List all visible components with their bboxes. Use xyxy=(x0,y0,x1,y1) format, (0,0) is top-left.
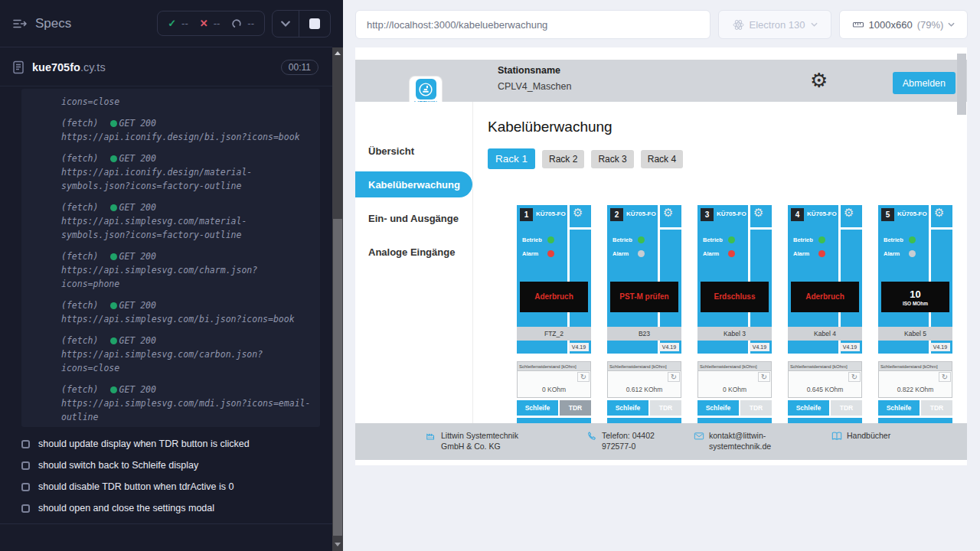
status-dot-icon xyxy=(110,386,117,393)
betrieb-label: Betrieb xyxy=(884,236,904,243)
sidebar-item[interactable]: Ein- und Ausgänge xyxy=(355,201,472,235)
log-entry[interactable]: (fetch) GET 200 https://api.iconify.desi… xyxy=(61,152,312,193)
log-entry[interactable]: (fetch) GET 200 https://api.iconify.desi… xyxy=(61,116,312,144)
betrieb-led xyxy=(818,236,825,243)
slot-number: 4 xyxy=(791,208,804,221)
log-entry[interactable]: (fetch) GET 200 https://api.simplesvg.co… xyxy=(61,334,312,375)
tdr-button[interactable]: TDR xyxy=(831,400,862,416)
stop-button[interactable] xyxy=(309,18,320,29)
url-input[interactable]: http://localhost:3000/kabelueberwachung xyxy=(355,10,710,39)
app-header: Stationsname CPLV4_Maschen ⚙ Abmelden LI… xyxy=(355,60,967,102)
device-display: Aderbruch xyxy=(520,282,588,312)
chevron-down-icon[interactable] xyxy=(273,21,299,27)
alarm-led xyxy=(909,250,916,257)
refresh-icon[interactable]: ↻ xyxy=(577,372,590,382)
betrieb-led-row: Betrieb xyxy=(703,236,735,243)
log-status: GET 200 xyxy=(119,298,155,312)
slot-number: 3 xyxy=(701,208,714,221)
refresh-icon[interactable]: ↻ xyxy=(939,372,951,382)
measurement-value: 0 KOhm xyxy=(518,386,590,393)
sidebar-item-label: Analoge Eingänge xyxy=(368,246,455,258)
specs-menu-icon[interactable] xyxy=(12,17,28,31)
tdr-button[interactable]: TDR xyxy=(740,400,772,416)
log-entry[interactable]: (fetch) GET 200 icons=close xyxy=(61,95,312,109)
schleife-button[interactable]: Schleife xyxy=(788,400,829,416)
log-entry[interactable]: (fetch) GET 200 https://api.simplesvg.co… xyxy=(61,249,312,291)
viewport-selector[interactable]: 1000x660 (79%) xyxy=(839,10,968,39)
log-entry[interactable]: (fetch) GET 200 https://api.simplesvg.co… xyxy=(61,201,312,242)
tdr-button[interactable]: TDR xyxy=(921,400,952,416)
page-title: Kabelüberwachung xyxy=(488,119,612,135)
card-settings-gear-icon[interactable]: ⚙ xyxy=(663,206,673,220)
refresh-icon[interactable]: ↻ xyxy=(848,372,861,382)
test-title: should open and close the settings modal xyxy=(38,503,214,514)
settings-gear-icon[interactable]: ⚙ xyxy=(810,62,828,99)
rack-tab[interactable]: Rack 4 xyxy=(641,150,683,168)
tdr-button[interactable]: TDR xyxy=(650,400,681,416)
card-settings-gear-icon[interactable]: ⚙ xyxy=(573,206,583,220)
card-settings-gear-icon[interactable]: ⚙ xyxy=(753,206,763,220)
fetch-label: (fetch) xyxy=(61,334,98,347)
betrieb-label: Betrieb xyxy=(612,236,633,243)
main-content: Kabelüberwachung Rack 1 Rack 2 Rack 3 xyxy=(474,102,957,465)
footer-manuals[interactable]: Handbücher xyxy=(831,430,890,442)
tdr-button[interactable]: TDR xyxy=(560,400,591,416)
test-title: should update display when TDR button is… xyxy=(38,439,250,449)
runner-header: Specs ✓ -- ✕ -- -- xyxy=(0,0,332,47)
footer-company-text: Littwin Systemtechnik GmbH & Co. KG xyxy=(441,430,527,452)
stat-passed: ✓ -- xyxy=(168,18,188,29)
rack-tab-label: Rack 2 xyxy=(549,154,577,165)
log-status: GET 200 xyxy=(119,383,155,396)
card-settings-gear-icon[interactable]: ⚙ xyxy=(934,206,944,220)
log-entry[interactable]: (fetch) GET 200 https://api.simplesvg.co… xyxy=(61,383,312,424)
panel-divider xyxy=(567,227,591,230)
measurement-box: ↻ 0.822 KOhm xyxy=(878,371,952,398)
slot-number: 5 xyxy=(881,208,894,221)
app-scrollbar-thumb[interactable] xyxy=(957,54,966,115)
spec-row[interactable]: kue705fo .cy.ts 00:11 xyxy=(0,48,332,86)
specs-label: Specs xyxy=(35,16,71,31)
rack-tab[interactable]: Rack 2 xyxy=(542,150,584,168)
sidebar-item[interactable]: Analoge Eingänge xyxy=(355,235,472,269)
measurement-box: ↻ 0.645 KOhm xyxy=(788,371,862,398)
schleife-button[interactable]: Schleife xyxy=(517,400,558,416)
scroll-down-arrow-icon[interactable] xyxy=(335,543,341,546)
sidebar-item[interactable]: Kabelüberwachung xyxy=(355,171,472,197)
logout-button[interactable]: Abmelden xyxy=(893,72,956,94)
sidebar-item-label: Kabelüberwachung xyxy=(368,179,460,191)
test-list-item[interactable]: should open and close the settings modal xyxy=(21,497,328,519)
device-display: PST-M prüfen xyxy=(610,282,678,312)
app-footer: Littwin Systemtechnik GmbH & Co. KG Tele… xyxy=(355,423,967,460)
scroll-up-arrow-icon[interactable] xyxy=(335,51,341,55)
alarm-led-row: Alarm xyxy=(703,250,735,257)
cypress-runner-panel: Specs ✓ -- ✕ -- -- xyxy=(0,0,343,551)
log-entry[interactable]: (fetch) GET 200 https://api.simplesvg.co… xyxy=(61,298,312,326)
sidebar-item[interactable]: Übersicht xyxy=(355,134,472,168)
betrieb-led xyxy=(638,236,645,243)
measurement-title: Schleifenwiderstand [kOhm] xyxy=(517,361,591,371)
rack-tab[interactable]: Rack 1 xyxy=(488,148,535,169)
browser-selector[interactable]: Electron 130 xyxy=(718,10,831,39)
device-card: 3 KÜ705-FO ⚙ Betrieb Alarm xyxy=(697,205,772,435)
card-settings-gear-icon[interactable]: ⚙ xyxy=(844,206,854,220)
refresh-icon[interactable]: ↻ xyxy=(668,372,680,382)
refresh-icon[interactable]: ↻ xyxy=(758,372,770,382)
schleife-button[interactable]: Schleife xyxy=(878,400,920,416)
test-list-item[interactable]: should disable TDR button when tdrActive… xyxy=(21,476,328,497)
runner-scrollbar[interactable] xyxy=(332,47,343,551)
alarm-led-row: Alarm xyxy=(884,250,916,257)
scrollbar-thumb[interactable] xyxy=(333,219,342,536)
cable-name-label: B23 xyxy=(607,327,681,341)
device-model: KÜ705-FO xyxy=(897,210,927,217)
rack-tab[interactable]: Rack 3 xyxy=(591,150,633,168)
measurement-module: Schleifenwiderstand [kOhm] ↻ 0 KOhm Schl… xyxy=(697,361,772,424)
test-list-item[interactable]: should update display when TDR button is… xyxy=(21,433,328,455)
test-list-item[interactable]: should switch back to Schleife display xyxy=(21,455,328,476)
schleife-button[interactable]: Schleife xyxy=(607,400,648,416)
viewport-scale: (79%) xyxy=(917,19,944,31)
rack-tabs: Rack 1 Rack 2 Rack 3 Rack 4 xyxy=(488,148,683,169)
log-url: https://api.simplesvg.com/material-symbo… xyxy=(61,214,312,242)
measurement-title: Schleifenwiderstand [kOhm] xyxy=(697,361,772,371)
schleife-button[interactable]: Schleife xyxy=(697,400,739,416)
slot-number: 2 xyxy=(610,208,623,221)
